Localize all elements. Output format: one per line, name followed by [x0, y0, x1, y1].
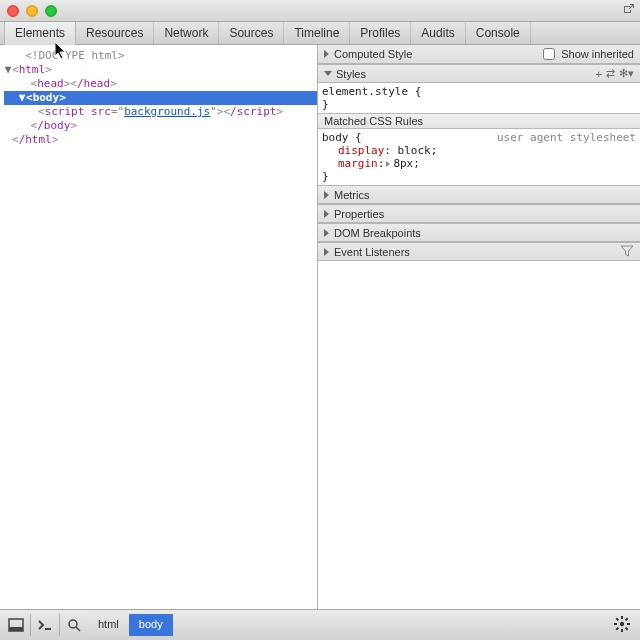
- svg-rect-7: [614, 623, 617, 625]
- svg-rect-5: [621, 616, 623, 619]
- svg-point-2: [69, 620, 77, 628]
- matched-css-rules-header: Matched CSS Rules: [318, 113, 640, 129]
- svg-rect-11: [616, 627, 620, 631]
- tab-label: Console: [476, 26, 520, 40]
- breadcrumb: html body: [88, 614, 173, 636]
- rule-origin: user agent stylesheet: [497, 131, 636, 144]
- dom-tree-panel[interactable]: <!DOCTYPE html> ▼<html> <head></head> ▼<…: [0, 45, 318, 609]
- panel-metrics[interactable]: Metrics: [318, 185, 640, 204]
- show-inherited-checkbox[interactable]: [543, 48, 555, 60]
- panel-properties[interactable]: Properties: [318, 204, 640, 223]
- window-titlebar: [0, 0, 640, 22]
- dom-body-open-selected[interactable]: ▼<body>: [4, 91, 317, 105]
- search-icon[interactable]: [62, 614, 86, 636]
- panel-title: Computed Style: [334, 48, 412, 60]
- window-controls: [7, 5, 57, 17]
- tab-label: Resources: [86, 26, 143, 40]
- tab-label: Elements: [15, 26, 65, 40]
- script-src-link[interactable]: background.js: [124, 105, 210, 118]
- tab-label: Audits: [421, 26, 454, 40]
- chevron-down-icon: [324, 71, 332, 76]
- close-window-button[interactable]: [7, 5, 19, 17]
- tab-elements[interactable]: Elements: [4, 22, 76, 44]
- toggle-element-state-icon[interactable]: ⇄: [606, 67, 615, 80]
- element-style-block[interactable]: element.style { }: [318, 83, 640, 113]
- tab-sources[interactable]: Sources: [219, 22, 284, 44]
- chevron-right-icon: [324, 210, 329, 218]
- tab-label: Profiles: [360, 26, 400, 40]
- breadcrumb-html[interactable]: html: [88, 614, 129, 636]
- zoom-window-button[interactable]: [45, 5, 57, 17]
- dom-head[interactable]: <head></head>: [4, 77, 317, 91]
- panel-tabs: Elements Resources Network Sources Timel…: [0, 22, 640, 45]
- css-rule-block[interactable]: user agent stylesheet body { display: bl…: [318, 129, 640, 185]
- svg-line-3: [76, 627, 80, 631]
- breadcrumb-body[interactable]: body: [129, 614, 173, 636]
- panel-styles[interactable]: Styles + ⇄ ✻▾: [318, 64, 640, 83]
- expand-shorthand-icon[interactable]: [386, 161, 390, 167]
- tab-label: Network: [164, 26, 208, 40]
- panel-title: Metrics: [334, 189, 369, 201]
- panel-title: Properties: [334, 208, 384, 220]
- panel-title: DOM Breakpoints: [334, 227, 421, 239]
- svg-rect-12: [625, 627, 629, 631]
- settings-gear-icon[interactable]: [614, 616, 636, 634]
- panel-computed-style[interactable]: Computed Style Show inherited: [318, 45, 640, 64]
- popout-icon[interactable]: [621, 3, 635, 19]
- svg-rect-1: [9, 627, 23, 631]
- styles-gear-icon[interactable]: ✻▾: [619, 67, 634, 80]
- dom-doctype[interactable]: <!DOCTYPE html>: [4, 49, 317, 63]
- dom-html-close[interactable]: </html>: [4, 133, 317, 147]
- minimize-window-button[interactable]: [26, 5, 38, 17]
- dom-script[interactable]: <script src="background.js"></script>: [4, 105, 317, 119]
- disclosure-triangle-icon[interactable]: ▼: [18, 91, 26, 105]
- dom-html-open[interactable]: ▼<html>: [4, 63, 317, 77]
- dom-body-close[interactable]: </body>: [4, 119, 317, 133]
- svg-rect-9: [616, 618, 620, 622]
- dock-side-icon[interactable]: [4, 614, 28, 636]
- panel-title: Styles: [336, 68, 366, 80]
- disclosure-triangle-icon[interactable]: ▼: [4, 63, 12, 77]
- filter-icon[interactable]: [620, 245, 634, 259]
- tab-label: Sources: [229, 26, 273, 40]
- panel-dom-breakpoints[interactable]: DOM Breakpoints: [318, 223, 640, 242]
- tab-timeline[interactable]: Timeline: [284, 22, 350, 44]
- tab-network[interactable]: Network: [154, 22, 219, 44]
- styles-sidebar: Computed Style Show inherited Styles + ⇄…: [318, 45, 640, 609]
- svg-rect-10: [625, 618, 629, 622]
- main-area: <!DOCTYPE html> ▼<html> <head></head> ▼<…: [0, 45, 640, 609]
- tab-resources[interactable]: Resources: [76, 22, 154, 44]
- tab-audits[interactable]: Audits: [411, 22, 465, 44]
- tab-label: Timeline: [294, 26, 339, 40]
- svg-rect-6: [621, 629, 623, 632]
- chevron-right-icon: [324, 191, 329, 199]
- show-console-icon[interactable]: [33, 614, 57, 636]
- chevron-right-icon: [324, 229, 329, 237]
- new-style-rule-icon[interactable]: +: [596, 68, 602, 80]
- status-bar: html body: [0, 609, 640, 640]
- tab-console[interactable]: Console: [466, 22, 531, 44]
- tab-profiles[interactable]: Profiles: [350, 22, 411, 44]
- show-inherited-label: Show inherited: [561, 48, 634, 60]
- panel-event-listeners[interactable]: Event Listeners: [318, 242, 640, 261]
- svg-point-4: [620, 622, 624, 626]
- svg-rect-8: [627, 623, 630, 625]
- chevron-right-icon: [324, 248, 329, 256]
- panel-title: Event Listeners: [334, 246, 410, 258]
- chevron-right-icon: [324, 50, 329, 58]
